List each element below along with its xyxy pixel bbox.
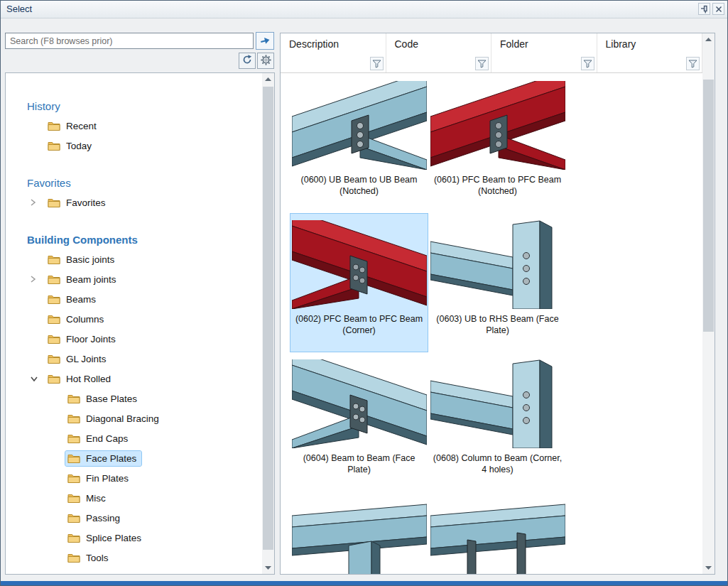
tree-item-label: Favorites: [66, 197, 106, 208]
filter-funnel-icon[interactable]: [370, 57, 384, 70]
filter-funnel-icon[interactable]: [686, 57, 700, 70]
scroll-down-icon[interactable]: [262, 562, 274, 574]
component-item-0608[interactable]: (0608) Column to Beam (Corner, 4 holes): [428, 352, 567, 492]
tree-item-label: End Caps: [86, 433, 128, 444]
tree-item-label: Beam joints: [66, 274, 116, 285]
component-thumbnail: [430, 220, 565, 309]
tree-item-label: Splice Plates: [86, 533, 141, 543]
close-icon[interactable]: [712, 3, 724, 15]
component-item-6[interactable]: [290, 492, 428, 574]
component-item-7[interactable]: [428, 492, 567, 574]
tree-section-favorites: Favorites: [27, 174, 262, 192]
tree-item-label: Beams: [66, 294, 96, 305]
scroll-up-icon[interactable]: [262, 73, 274, 85]
go-arrow-icon: [259, 35, 271, 48]
folder-icon: [67, 493, 80, 503]
tree-item-fin-plates[interactable]: Fin Plates: [6, 468, 262, 488]
tree-item-basic-joints[interactable]: Basic joints: [6, 249, 262, 269]
scroll-down-icon[interactable]: [702, 562, 715, 574]
folder-icon: [67, 394, 80, 403]
tree-item-beam-joints[interactable]: Beam joints: [6, 269, 262, 289]
tree-item-label: Basic joints: [66, 254, 114, 265]
folder-tree-panel: HistoryRecentTodayFavoritesFavoritesBuil…: [5, 72, 275, 575]
filter-cell-description[interactable]: [281, 55, 386, 72]
tree-item-diagonal-bracing[interactable]: Diagonal Bracing: [6, 408, 262, 428]
filter-cell-code[interactable]: [386, 55, 492, 72]
pin-icon[interactable]: [698, 3, 710, 15]
component-thumbnail: [292, 499, 427, 574]
tree-scrollbar-thumb[interactable]: [263, 87, 273, 550]
component-caption: (0602) PFC Beam to PFC Beam (Corner): [290, 313, 428, 337]
select-window: Select: [0, 0, 728, 586]
tree-item-label: Tools: [86, 553, 109, 563]
tree-item-misc[interactable]: Misc: [6, 488, 262, 508]
tree-item-favorites[interactable]: Favorites: [6, 192, 262, 212]
component-thumbnail: [430, 359, 565, 448]
window-bottom-bar: [1, 581, 727, 585]
folder-icon: [48, 314, 60, 324]
column-header-code[interactable]: Code: [386, 33, 492, 55]
tree-item-recent[interactable]: Recent: [6, 116, 262, 136]
expand-arrow-icon[interactable]: [30, 573, 45, 574]
column-header-folder[interactable]: Folder: [491, 33, 597, 55]
refresh-button[interactable]: [239, 53, 256, 69]
tree-item-label: Fin Plates: [86, 473, 129, 484]
component-item-0600[interactable]: (0600) UB Beam to UB Beam (Notched): [290, 74, 428, 213]
folder-icon: [67, 433, 80, 443]
tree-item-label: Today: [66, 141, 92, 151]
filter-funnel-icon[interactable]: [581, 57, 594, 70]
folder-icon: [48, 354, 60, 364]
search-input[interactable]: [5, 33, 254, 49]
tree-item-floor-joints[interactable]: Floor Joints: [6, 329, 262, 349]
tree-item-columns[interactable]: Columns: [6, 309, 262, 329]
folder-icon: [67, 413, 80, 423]
folder-icon: [48, 274, 60, 284]
folder-icon: [48, 197, 60, 207]
tree-item-i-clips[interactable]: I Clips: [6, 568, 262, 574]
grid-scrollbar[interactable]: [702, 33, 715, 574]
tree-item-face-plates[interactable]: Face Plates: [6, 448, 262, 468]
expand-arrow-icon[interactable]: [30, 275, 45, 283]
component-caption: (0604) Beam to Beam (Face Plate): [290, 452, 428, 476]
filter-funnel-icon[interactable]: [475, 57, 489, 70]
tree-section-history: History: [27, 97, 262, 116]
tree-item-tools[interactable]: Tools: [6, 548, 262, 568]
tree-item-base-plates[interactable]: Base Plates: [6, 389, 262, 408]
component-item-0602[interactable]: (0602) PFC Beam to PFC Beam (Corner): [290, 213, 428, 352]
tree-item-end-caps[interactable]: End Caps: [6, 428, 262, 448]
tree-item-beams[interactable]: Beams: [6, 289, 262, 309]
tree-item-label: I Clips: [66, 573, 93, 575]
scroll-up-icon[interactable]: [702, 33, 715, 45]
titlebar-controls: [698, 3, 724, 15]
grid-scrollbar-thumb[interactable]: [703, 80, 714, 332]
column-header-library[interactable]: Library: [597, 33, 703, 55]
component-thumbnail: [430, 499, 565, 574]
tree-item-today[interactable]: Today: [6, 136, 262, 156]
collapse-arrow-icon[interactable]: [30, 376, 45, 382]
tree-item-hot-rolled[interactable]: Hot Rolled: [6, 369, 262, 389]
filter-cell-library[interactable]: [597, 55, 703, 72]
folder-icon: [48, 294, 60, 304]
folder-icon: [48, 334, 60, 344]
search-go-button[interactable]: [256, 32, 274, 50]
tree-item-gl-joints[interactable]: GL Joints: [6, 349, 262, 369]
component-item-0601[interactable]: (0601) PFC Beam to PFC Beam (Notched): [428, 74, 567, 213]
titlebar[interactable]: Select: [1, 1, 727, 18]
filter-cell-folder[interactable]: [491, 55, 597, 72]
component-caption: (0600) UB Beam to UB Beam (Notched): [290, 174, 428, 197]
column-header-description[interactable]: Description: [281, 33, 386, 55]
component-thumbnail: [430, 81, 565, 170]
settings-button[interactable]: [257, 53, 274, 69]
folder-icon: [67, 533, 80, 543]
tree-item-passing[interactable]: Passing: [6, 508, 262, 528]
component-thumbnail: [292, 81, 427, 170]
component-item-0603[interactable]: (0603) UB to RHS Beam (Face Plate): [428, 213, 567, 352]
tree-item-splice-plates[interactable]: Splice Plates: [6, 528, 262, 548]
expand-arrow-icon[interactable]: [30, 198, 45, 207]
component-thumbnail: [292, 359, 427, 448]
tree-scrollbar[interactable]: [262, 73, 274, 574]
component-item-0604[interactable]: (0604) Beam to Beam (Face Plate): [290, 352, 428, 492]
window-title: Select: [6, 4, 32, 14]
folder-icon: [67, 553, 80, 563]
tree-item-label: Passing: [86, 513, 120, 523]
